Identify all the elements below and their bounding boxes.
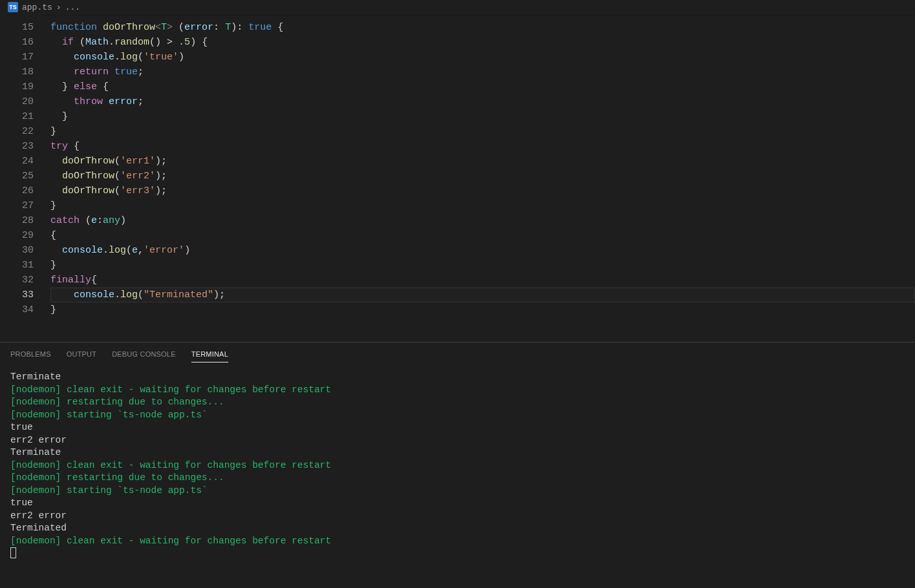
line-number: 23 xyxy=(0,139,34,154)
code-line[interactable]: } xyxy=(50,302,915,317)
line-number: 18 xyxy=(0,65,34,79)
bottom-panel: PROBLEMS OUTPUT DEBUG CONSOLE TERMINAL T… xyxy=(0,342,915,588)
terminal-line: Terminate xyxy=(10,446,905,459)
line-number: 17 xyxy=(0,50,34,65)
line-number: 20 xyxy=(0,94,34,109)
breadcrumb-tail[interactable]: ... xyxy=(65,3,80,12)
ts-file-icon: TS xyxy=(8,2,18,12)
line-number: 33 xyxy=(0,288,34,302)
terminal-line: [nodemon] starting `ts-node app.ts` xyxy=(10,485,905,498)
terminal-output[interactable]: Terminate[nodemon] clean exit - waiting … xyxy=(0,366,915,588)
breadcrumb[interactable]: TS app.ts › ... xyxy=(0,0,915,15)
line-number: 31 xyxy=(0,258,34,273)
tab-terminal[interactable]: TERMINAL xyxy=(191,345,228,362)
terminal-line: [nodemon] clean exit - waiting for chang… xyxy=(10,535,905,548)
terminal-line: err2 error xyxy=(10,434,905,447)
code-line[interactable]: } xyxy=(50,258,915,273)
line-number: 16 xyxy=(0,35,34,50)
code-line[interactable]: } xyxy=(50,109,915,124)
panel-tabs: PROBLEMS OUTPUT DEBUG CONSOLE TERMINAL xyxy=(0,342,915,366)
line-number: 15 xyxy=(0,20,34,35)
code-editor[interactable]: 1516171819202122232425262728293031323334… xyxy=(0,15,915,342)
line-number: 30 xyxy=(0,243,34,258)
line-number: 22 xyxy=(0,124,34,139)
tab-debug-console[interactable]: DEBUG CONSOLE xyxy=(112,345,176,362)
code-line[interactable]: catch (e:any) xyxy=(50,213,915,228)
code-line[interactable]: try { xyxy=(50,139,915,154)
terminal-line: Terminated xyxy=(10,522,905,535)
code-line[interactable]: doOrThrow('err1'); xyxy=(50,154,915,169)
code-line[interactable]: console.log('true') xyxy=(50,50,915,65)
line-number-gutter: 1516171819202122232425262728293031323334 xyxy=(0,15,43,342)
chevron-right-icon: › xyxy=(56,3,61,12)
code-area[interactable]: function doOrThrow<T> (error: T): true {… xyxy=(43,15,915,342)
code-line[interactable]: { xyxy=(50,228,915,243)
terminal-line: [nodemon] restarting due to changes... xyxy=(10,396,905,409)
line-number: 26 xyxy=(0,184,34,198)
line-number: 25 xyxy=(0,169,34,184)
line-number: 21 xyxy=(0,109,34,124)
code-line[interactable]: doOrThrow('err3'); xyxy=(50,184,915,198)
code-line[interactable]: return true; xyxy=(50,65,915,79)
tab-output[interactable]: OUTPUT xyxy=(67,345,96,362)
line-number: 29 xyxy=(0,228,34,243)
terminal-cursor xyxy=(10,547,905,560)
terminal-line: [nodemon] starting `ts-node app.ts` xyxy=(10,409,905,422)
app-root: TS app.ts › ... 151617181920212223242526… xyxy=(0,0,915,588)
terminal-line: err2 error xyxy=(10,510,905,523)
breadcrumb-file[interactable]: app.ts xyxy=(22,3,52,12)
terminal-line: true xyxy=(10,497,905,510)
code-line[interactable]: } xyxy=(50,198,915,213)
line-number: 24 xyxy=(0,154,34,169)
code-line[interactable]: } xyxy=(50,124,915,139)
code-line[interactable]: function doOrThrow<T> (error: T): true { xyxy=(50,20,915,35)
terminal-line: true xyxy=(10,421,905,434)
code-line[interactable]: doOrThrow('err2'); xyxy=(50,169,915,184)
line-number: 34 xyxy=(0,302,34,317)
tab-problems[interactable]: PROBLEMS xyxy=(10,345,51,362)
line-number: 27 xyxy=(0,198,34,213)
line-number: 32 xyxy=(0,273,34,288)
terminal-line: [nodemon] restarting due to changes... xyxy=(10,472,905,485)
terminal-line: Terminate xyxy=(10,371,905,384)
code-line[interactable]: if (Math.random() > .5) { xyxy=(50,35,915,50)
terminal-line: [nodemon] clean exit - waiting for chang… xyxy=(10,384,905,397)
line-number: 19 xyxy=(0,79,34,94)
code-line[interactable]: finally{ xyxy=(50,273,915,288)
code-line[interactable]: console.log(e,'error') xyxy=(50,243,915,258)
code-line[interactable]: throw error; xyxy=(50,94,915,109)
code-line[interactable]: } else { xyxy=(50,79,915,94)
terminal-line: [nodemon] clean exit - waiting for chang… xyxy=(10,459,905,472)
line-number: 28 xyxy=(0,213,34,228)
code-line[interactable]: console.log("Terminated"); xyxy=(50,288,915,302)
